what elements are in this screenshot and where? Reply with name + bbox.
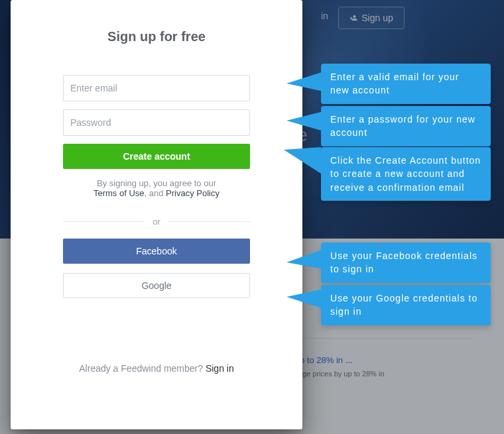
page-root: in Sign up e p to 28% in ... ge prices b…: [0, 0, 504, 434]
privacy-link[interactable]: Privacy Policy: [166, 188, 220, 198]
agree-prefix: By signing up, you agree to our: [97, 178, 216, 188]
callout-text: Click the Create Account button to creat…: [330, 155, 481, 193]
terms-link[interactable]: Terms of Use: [94, 188, 145, 198]
divider-line: [63, 221, 145, 222]
google-signin-button[interactable]: Google: [63, 273, 250, 298]
callout-text: Enter a valid email for your new account: [330, 72, 460, 95]
callout-text: Use your Google credentials to sign in: [330, 293, 477, 317]
password-field[interactable]: [70, 117, 243, 128]
callout-pointer-icon: [286, 72, 324, 91]
modal-footer: Already a Feedwind member? Sign in: [48, 363, 265, 374]
agree-text: By signing up, you agree to our Terms of…: [48, 178, 265, 198]
google-label: Google: [141, 280, 171, 291]
divider-line: [168, 221, 250, 222]
callout-facebook: Use your Facebook credentials to sign in: [321, 243, 491, 283]
email-field[interactable]: [70, 83, 243, 93]
callout-google: Use your Google credentials to sign in: [321, 285, 491, 325]
callout-email: Enter a valid email for your new account: [321, 64, 491, 104]
callout-text: Enter a password for your new account: [330, 114, 475, 138]
callout-pointer-icon: [286, 249, 324, 269]
modal-title: Sign up for free: [48, 29, 265, 44]
modal-content: Sign up for free Create account By signi…: [11, 0, 302, 374]
facebook-label: Facebook: [136, 246, 176, 256]
facebook-signin-button[interactable]: Facebook: [63, 239, 250, 264]
callout-pointer-icon: [286, 289, 324, 309]
footer-prefix: Already a Feedwind member?: [79, 363, 206, 374]
create-account-button[interactable]: Create account: [63, 144, 250, 169]
signin-link[interactable]: Sign in: [206, 363, 234, 374]
callout-pointer-icon: [284, 144, 321, 174]
agree-sep: , and: [145, 188, 166, 198]
signup-modal: Sign up for free Create account By signi…: [11, 0, 302, 429]
or-label: or: [153, 217, 160, 227]
email-field-wrapper[interactable]: [63, 75, 250, 101]
password-field-wrapper[interactable]: [63, 109, 250, 136]
or-divider: or: [63, 217, 250, 227]
callout-create-account: Click the Create Account button to creat…: [321, 147, 491, 201]
create-account-label: Create account: [123, 151, 190, 162]
callout-pointer-icon: [286, 111, 324, 131]
callout-text: Use your Facebook credentials to sign in: [330, 250, 477, 274]
callout-password: Enter a password for your new account: [321, 106, 491, 146]
